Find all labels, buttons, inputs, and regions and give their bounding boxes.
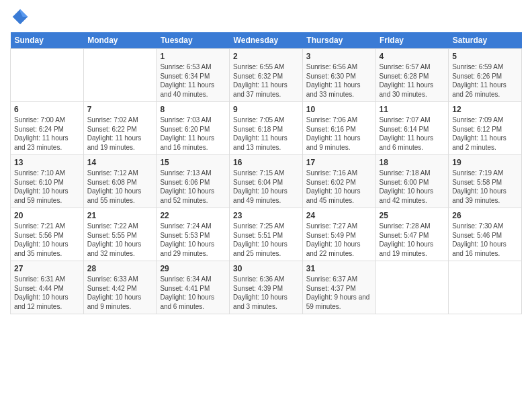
calendar-cell: 18Sunrise: 7:18 AM Sunset: 6:00 PM Dayli… (375, 155, 449, 208)
calendar-week-5: 27Sunrise: 6:31 AM Sunset: 4:44 PM Dayli… (11, 261, 522, 314)
day-content: Sunrise: 7:12 AM Sunset: 6:08 PM Dayligh… (87, 169, 142, 204)
weekday-header-wednesday: Wednesday (230, 32, 303, 49)
day-content: Sunrise: 6:33 AM Sunset: 4:42 PM Dayligh… (87, 275, 142, 310)
day-number: 12 (452, 105, 518, 114)
day-content: Sunrise: 6:55 AM Sunset: 6:32 PM Dayligh… (233, 63, 287, 98)
calendar-week-4: 20Sunrise: 7:21 AM Sunset: 5:56 PM Dayli… (11, 208, 522, 261)
day-number: 28 (87, 264, 153, 273)
day-content: Sunrise: 7:03 AM Sunset: 6:20 PM Dayligh… (160, 116, 214, 151)
weekday-header-monday: Monday (83, 32, 157, 49)
day-number: 7 (87, 105, 153, 114)
day-content: Sunrise: 7:00 AM Sunset: 6:24 PM Dayligh… (14, 116, 69, 151)
calendar-cell: 9Sunrise: 7:05 AM Sunset: 6:18 PM Daylig… (230, 102, 303, 155)
day-content: Sunrise: 7:15 AM Sunset: 6:04 PM Dayligh… (233, 169, 287, 204)
calendar-cell: 24Sunrise: 7:27 AM Sunset: 5:49 PM Dayli… (302, 208, 375, 261)
day-content: Sunrise: 7:05 AM Sunset: 6:18 PM Dayligh… (233, 116, 287, 151)
calendar-cell: 28Sunrise: 6:33 AM Sunset: 4:42 PM Dayli… (83, 261, 157, 314)
weekday-header-sunday: Sunday (11, 32, 84, 49)
calendar-cell: 5Sunrise: 6:59 AM Sunset: 6:26 PM Daylig… (449, 49, 522, 102)
day-number: 3 (306, 52, 372, 61)
calendar-week-3: 13Sunrise: 7:10 AM Sunset: 6:10 PM Dayli… (11, 155, 522, 208)
weekday-header-saturday: Saturday (449, 32, 522, 49)
day-content: Sunrise: 7:22 AM Sunset: 5:55 PM Dayligh… (87, 222, 142, 257)
day-number: 11 (380, 105, 445, 114)
day-content: Sunrise: 7:09 AM Sunset: 6:12 PM Dayligh… (452, 116, 506, 151)
day-content: Sunrise: 7:27 AM Sunset: 5:49 PM Dayligh… (306, 222, 361, 257)
day-content: Sunrise: 7:13 AM Sunset: 6:06 PM Dayligh… (160, 169, 214, 204)
day-content: Sunrise: 7:02 AM Sunset: 6:22 PM Dayligh… (87, 116, 142, 151)
calendar-cell: 16Sunrise: 7:15 AM Sunset: 6:04 PM Dayli… (230, 155, 303, 208)
day-content: Sunrise: 7:06 AM Sunset: 6:16 PM Dayligh… (306, 116, 361, 151)
calendar-cell: 15Sunrise: 7:13 AM Sunset: 6:06 PM Dayli… (157, 155, 230, 208)
day-number: 23 (233, 211, 299, 220)
calendar-week-2: 6Sunrise: 7:00 AM Sunset: 6:24 PM Daylig… (11, 102, 522, 155)
calendar-cell: 22Sunrise: 7:24 AM Sunset: 5:53 PM Dayli… (157, 208, 230, 261)
day-content: Sunrise: 7:25 AM Sunset: 5:51 PM Dayligh… (233, 222, 287, 257)
calendar-cell (83, 49, 157, 102)
calendar-cell: 17Sunrise: 7:16 AM Sunset: 6:02 PM Dayli… (302, 155, 375, 208)
calendar-cell: 6Sunrise: 7:00 AM Sunset: 6:24 PM Daylig… (11, 102, 84, 155)
calendar-cell: 7Sunrise: 7:02 AM Sunset: 6:22 PM Daylig… (83, 102, 157, 155)
day-number: 27 (14, 264, 80, 273)
day-number: 13 (14, 158, 80, 167)
calendar-cell: 10Sunrise: 7:06 AM Sunset: 6:16 PM Dayli… (302, 102, 375, 155)
logo-icon (10, 7, 30, 27)
day-number: 19 (452, 158, 518, 167)
day-number: 24 (306, 211, 372, 220)
day-number: 8 (160, 105, 226, 114)
day-number: 4 (380, 52, 445, 61)
day-content: Sunrise: 7:16 AM Sunset: 6:02 PM Dayligh… (306, 169, 361, 204)
header (10, 7, 522, 27)
day-content: Sunrise: 7:24 AM Sunset: 5:53 PM Dayligh… (160, 222, 214, 257)
calendar-cell: 4Sunrise: 6:57 AM Sunset: 6:28 PM Daylig… (375, 49, 449, 102)
calendar-table: SundayMondayTuesdayWednesdayThursdayFrid… (10, 32, 522, 314)
day-content: Sunrise: 6:59 AM Sunset: 6:26 PM Dayligh… (452, 63, 506, 98)
day-number: 10 (306, 105, 372, 114)
calendar-cell: 19Sunrise: 7:19 AM Sunset: 5:58 PM Dayli… (449, 155, 522, 208)
calendar-cell: 27Sunrise: 6:31 AM Sunset: 4:44 PM Dayli… (11, 261, 84, 314)
weekday-header-friday: Friday (375, 32, 449, 49)
day-content: Sunrise: 7:21 AM Sunset: 5:56 PM Dayligh… (14, 222, 69, 257)
day-content: Sunrise: 6:56 AM Sunset: 6:30 PM Dayligh… (306, 63, 361, 98)
calendar-cell (449, 261, 522, 314)
calendar-cell: 25Sunrise: 7:28 AM Sunset: 5:47 PM Dayli… (375, 208, 449, 261)
calendar-cell: 8Sunrise: 7:03 AM Sunset: 6:20 PM Daylig… (157, 102, 230, 155)
day-number: 14 (87, 158, 153, 167)
day-content: Sunrise: 6:34 AM Sunset: 4:41 PM Dayligh… (160, 275, 214, 310)
calendar-cell: 1Sunrise: 6:53 AM Sunset: 6:34 PM Daylig… (157, 49, 230, 102)
day-content: Sunrise: 6:31 AM Sunset: 4:44 PM Dayligh… (14, 275, 69, 310)
page-container: SundayMondayTuesdayWednesdayThursdayFrid… (0, 0, 532, 321)
calendar-cell: 26Sunrise: 7:30 AM Sunset: 5:46 PM Dayli… (449, 208, 522, 261)
day-number: 16 (233, 158, 299, 167)
day-content: Sunrise: 7:18 AM Sunset: 6:00 PM Dayligh… (380, 169, 434, 204)
day-number: 2 (233, 52, 299, 61)
day-content: Sunrise: 6:57 AM Sunset: 6:28 PM Dayligh… (380, 63, 434, 98)
day-content: Sunrise: 6:53 AM Sunset: 6:34 PM Dayligh… (160, 63, 214, 98)
day-number: 5 (452, 52, 518, 61)
calendar-cell: 29Sunrise: 6:34 AM Sunset: 4:41 PM Dayli… (157, 261, 230, 314)
calendar-cell: 23Sunrise: 7:25 AM Sunset: 5:51 PM Dayli… (230, 208, 303, 261)
weekday-header-tuesday: Tuesday (157, 32, 230, 49)
calendar-cell: 3Sunrise: 6:56 AM Sunset: 6:30 PM Daylig… (302, 49, 375, 102)
day-number: 21 (87, 211, 153, 220)
day-number: 9 (233, 105, 299, 114)
calendar-cell: 2Sunrise: 6:55 AM Sunset: 6:32 PM Daylig… (230, 49, 303, 102)
day-number: 25 (380, 211, 445, 220)
weekday-header-thursday: Thursday (302, 32, 375, 49)
day-number: 22 (160, 211, 226, 220)
day-number: 15 (160, 158, 226, 167)
day-number: 30 (233, 264, 299, 273)
calendar-header-row: SundayMondayTuesdayWednesdayThursdayFrid… (11, 32, 522, 49)
day-number: 20 (14, 211, 80, 220)
day-content: Sunrise: 7:30 AM Sunset: 5:46 PM Dayligh… (452, 222, 506, 257)
day-number: 17 (306, 158, 372, 167)
calendar-cell: 14Sunrise: 7:12 AM Sunset: 6:08 PM Dayli… (83, 155, 157, 208)
day-content: Sunrise: 6:36 AM Sunset: 4:39 PM Dayligh… (233, 275, 287, 310)
day-number: 26 (452, 211, 518, 220)
calendar-cell: 11Sunrise: 7:07 AM Sunset: 6:14 PM Dayli… (375, 102, 449, 155)
calendar-cell: 20Sunrise: 7:21 AM Sunset: 5:56 PM Dayli… (11, 208, 84, 261)
calendar-cell: 13Sunrise: 7:10 AM Sunset: 6:10 PM Dayli… (11, 155, 84, 208)
day-content: Sunrise: 7:19 AM Sunset: 5:58 PM Dayligh… (452, 169, 506, 204)
day-content: Sunrise: 7:07 AM Sunset: 6:14 PM Dayligh… (380, 116, 434, 151)
calendar-body: 1Sunrise: 6:53 AM Sunset: 6:34 PM Daylig… (11, 49, 522, 314)
